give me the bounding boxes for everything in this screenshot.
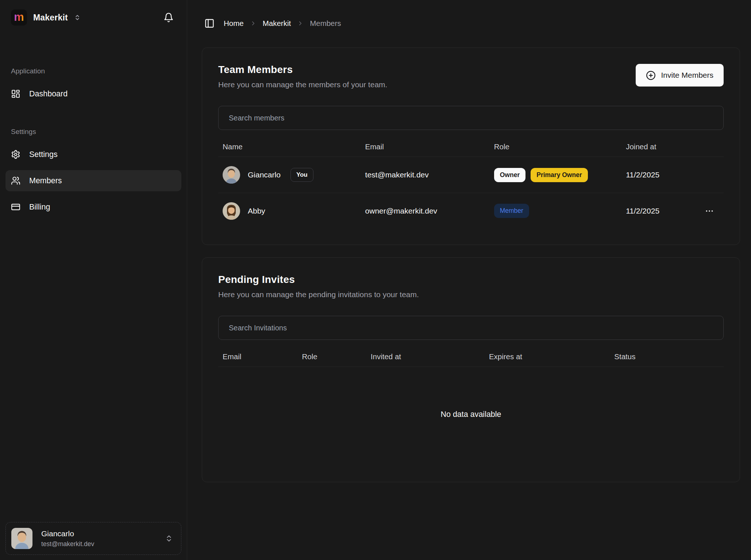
invites-table-header: Email Role Invited at Expires at Status: [218, 346, 724, 367]
column-header-joined-at: Joined at: [621, 142, 695, 151]
table-row: Giancarlo You test@makerkit.dev Owner Pr…: [218, 157, 724, 193]
circle-plus-icon: [646, 70, 656, 80]
chevron-right-icon: [250, 20, 257, 27]
chevrons-up-down-icon: [74, 14, 81, 21]
ellipsis-icon: [705, 206, 714, 216]
column-header-invited-at: Invited at: [366, 352, 485, 361]
user-account-menu[interactable]: Giancarlo test@makerkit.dev: [5, 522, 181, 555]
user-avatar: [11, 528, 32, 549]
breadcrumb-makerkit[interactable]: Makerkit: [263, 19, 291, 28]
member-email: owner@makerkit.dev: [361, 207, 490, 215]
sidebar-header: m Makerkit: [0, 0, 187, 35]
credit-card-icon: [11, 202, 20, 212]
main-content: Home Makerkit Members Team Members Here …: [187, 0, 751, 560]
nav-section-settings: Settings: [5, 128, 181, 136]
table-row: Abby owner@makerkit.dev Member 11/2/2025: [218, 193, 724, 229]
role-badge-member: Member: [494, 204, 529, 218]
workspace-selector[interactable]: m Makerkit: [11, 9, 81, 26]
you-badge: You: [290, 168, 313, 182]
breadcrumb-home[interactable]: Home: [224, 19, 244, 28]
sidebar-item-label: Billing: [29, 203, 50, 212]
sidebar-item-label: Members: [29, 176, 62, 185]
sidebar-nav: Application Dashboard Settings Settings: [0, 35, 187, 522]
search-invitations-input[interactable]: [218, 316, 724, 340]
chevron-right-icon: [297, 20, 304, 27]
member-avatar: [223, 166, 240, 184]
dashboard-icon: [11, 89, 20, 99]
nav-section-application: Application: [5, 67, 181, 75]
sidebar-item-dashboard[interactable]: Dashboard: [5, 83, 181, 104]
pending-invites-heading: Pending Invites Here you can manage the …: [218, 274, 419, 299]
team-members-card: Team Members Here you can manage the mem…: [202, 47, 740, 245]
notifications-button[interactable]: [163, 12, 174, 23]
invites-table: Email Role Invited at Expires at Status …: [218, 346, 724, 466]
search-members-input[interactable]: [218, 106, 724, 130]
team-members-description: Here you can manage the members of your …: [218, 80, 387, 89]
sidebar-toggle-button[interactable]: [204, 18, 215, 28]
invite-members-button[interactable]: Invite Members: [636, 64, 724, 87]
user-name: Giancarlo: [41, 529, 156, 538]
panel-left-icon: [204, 18, 215, 28]
sidebar-item-members[interactable]: Members: [5, 170, 181, 191]
members-table-header: Name Email Role Joined at: [218, 137, 724, 157]
member-joined-at: 11/2/2025: [621, 207, 695, 215]
workspace-name: Makerkit: [33, 13, 68, 23]
invite-members-label: Invite Members: [661, 71, 713, 80]
sidebar-item-settings[interactable]: Settings: [5, 144, 181, 165]
role-badge-primary-owner: Primary Owner: [531, 168, 588, 182]
users-icon: [11, 176, 20, 185]
sidebar-item-billing[interactable]: Billing: [5, 196, 181, 218]
member-email: test@makerkit.dev: [361, 170, 490, 179]
brand-logo: m: [11, 9, 27, 26]
column-header-role: Role: [490, 142, 621, 151]
team-members-heading: Team Members Here you can manage the mem…: [218, 64, 387, 89]
column-header-role: Role: [297, 352, 366, 361]
chevrons-up-down-icon: [165, 534, 173, 542]
user-email: test@makerkit.dev: [41, 540, 156, 548]
brand-logo-letter: m: [14, 11, 24, 23]
team-members-title: Team Members: [218, 64, 387, 76]
column-header-email: Email: [361, 142, 490, 151]
pending-invites-description: Here you can manage the pending invitati…: [218, 290, 419, 299]
bell-icon: [163, 12, 174, 23]
breadcrumb: Home Makerkit Members: [202, 16, 740, 31]
pending-invites-card: Pending Invites Here you can manage the …: [202, 257, 740, 482]
column-header-email: Email: [218, 352, 297, 361]
member-name: Abby: [248, 207, 265, 215]
column-header-expires-at: Expires at: [485, 352, 610, 361]
members-table: Name Email Role Joined at Giancarlo You …: [218, 137, 724, 229]
row-actions-button[interactable]: [700, 206, 719, 216]
member-name: Giancarlo: [248, 170, 281, 179]
pending-invites-title: Pending Invites: [218, 274, 419, 285]
role-badge-owner: Owner: [494, 168, 525, 182]
sidebar-item-label: Settings: [29, 150, 58, 159]
empty-state-text: No data available: [218, 367, 724, 466]
breadcrumb-members: Members: [310, 19, 341, 28]
column-header-status: Status: [610, 352, 724, 361]
sidebar-item-label: Dashboard: [29, 89, 68, 99]
gear-icon: [11, 150, 20, 159]
sidebar: m Makerkit Application Dashboard Setting…: [0, 0, 187, 560]
member-avatar: [223, 202, 240, 220]
member-joined-at: 11/2/2025: [621, 170, 695, 179]
column-header-name: Name: [218, 142, 361, 151]
user-meta: Giancarlo test@makerkit.dev: [41, 529, 156, 548]
